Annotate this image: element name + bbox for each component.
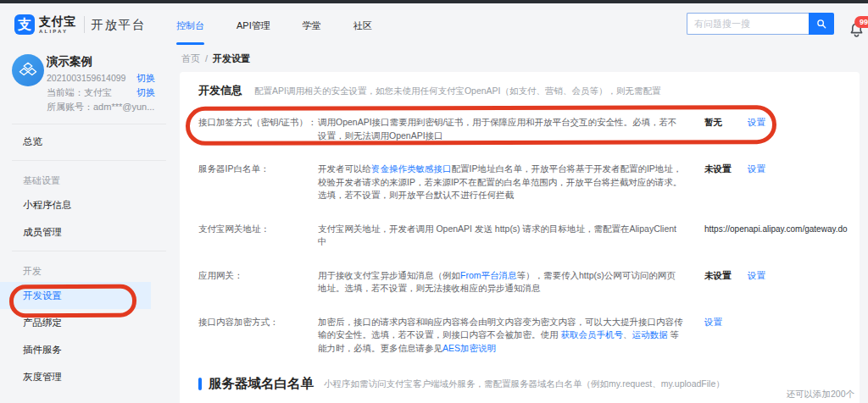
diamond-knot-icon: [18, 60, 38, 80]
status-badge: 暂无: [704, 116, 748, 142]
header: 支 支付宝 ALIPAY 开放平台 控制台 API管理 学堂 社区 99: [0, 3, 868, 47]
alipay-logo-icon: 支: [14, 14, 35, 35]
from-platform-message-link[interactable]: From平台消息: [460, 270, 517, 280]
main-content: 首页/开发设置 开发信息 配置API调用相关的安全设置，如您未使用任何支付宝Op…: [178, 47, 868, 403]
row-desc: 开发者可以给资金操作类敏感接口配置IP地址白名单，开放平台将基于开发者配置的IP…: [318, 163, 684, 202]
breadcrumb: 首页/开发设置: [178, 47, 868, 68]
sidebar-section-basic-settings: 基础设置: [0, 169, 178, 191]
section-title-dev-info: 开发信息: [198, 83, 242, 98]
divider: [12, 160, 166, 161]
app-info-text: 演示案例 2021003159614099 切换 当前端：支付宝 切换 所属账号…: [47, 54, 155, 114]
brand-logo: 支 支付宝 ALIPAY 开放平台: [14, 14, 146, 35]
row-gateway: 支付宝网关地址： 支付宝网关地址，开发者调用 OpenAPI 发送 http(s…: [198, 223, 841, 249]
sidebar-section-development: 开发: [0, 260, 178, 282]
row-desc: 加密后，接口的请求内容和响应内容将会由明文内容变为密文内容，可以大大提升接口内容…: [318, 316, 684, 356]
divider: [12, 251, 166, 251]
row-label: 支付宝网关地址：: [198, 223, 318, 249]
dev-settings-card: 开发信息 配置API调用相关的安全设置，如您未使用任何支付宝OpenAPI（如支…: [180, 72, 860, 403]
sports-data-link[interactable]: 运动数据: [632, 329, 667, 340]
sidebar-item-miniapp-info[interactable]: 小程序信息: [0, 191, 178, 218]
section-subtitle-dev-info: 配置API调用相关的安全设置，如您未使用任何支付宝OpenAPI（如支付、营销、…: [254, 86, 661, 97]
sidebar-menu: 总览 基础设置 小程序信息 成员管理 开发 开发设置 产品绑定 插件服务 灰度管…: [0, 128, 178, 390]
row-desc: 用于接收支付宝异步通知消息（例如From平台消息等），需要传入http(s)公网…: [318, 269, 684, 295]
switch-app-link[interactable]: 切换: [136, 71, 155, 86]
sidebar-item-members[interactable]: 成员管理: [0, 218, 178, 246]
row-label: 接口内容加密方式：: [198, 316, 318, 356]
set-ip-whitelist-link[interactable]: 设置: [748, 163, 765, 202]
divider: [12, 124, 166, 124]
sidebar-item-plugin-service[interactable]: 插件服务: [0, 336, 178, 363]
section-accent-bar: [198, 378, 202, 390]
sidebar-item-dev-settings[interactable]: 开发设置: [0, 282, 151, 309]
row-desc: 支付宝网关地址，开发者调用 OpenAPI 发送 http(s) 请求的目标地址…: [318, 223, 684, 249]
notification-count-badge: 99: [854, 16, 868, 28]
account-label: 所属账号：adm***@yun...: [47, 100, 154, 114]
remaining-quota-text: 还可以添加200个: [786, 389, 854, 400]
app-id: 2021003159614099: [47, 71, 125, 86]
nav-tab-console[interactable]: 控制台: [176, 3, 204, 47]
aes-doc-link[interactable]: AES加密说明: [442, 343, 496, 353]
search-icon: [815, 18, 827, 30]
app-name: 演示案例: [47, 54, 155, 69]
top-nav: 控制台 API管理 学堂 社区: [176, 3, 372, 47]
brand-name-en: ALIPAY: [39, 28, 76, 35]
row-label: 接口加签方式（密钥/证书）：: [198, 116, 318, 142]
set-app-gateway-link[interactable]: 设置: [748, 269, 765, 295]
section-subtitle-domain-whitelist: 小程序如需访问支付宝客户端域外服务，需配置服务器域名白名单（例如my.reque…: [324, 378, 725, 390]
sidebar-item-product-binding[interactable]: 产品绑定: [0, 309, 178, 336]
row-desc: 调用OpenAPI接口需要用到密钥/证书，用于保障应用和开放平台交互的安全性。必…: [318, 116, 684, 142]
row-app-gateway: 应用网关： 用于接收支付宝异步通知消息（例如From平台消息等），需要传入htt…: [198, 269, 841, 295]
set-sign-method-link[interactable]: 设置: [748, 116, 765, 142]
set-encryption-link[interactable]: 设置: [704, 316, 722, 356]
search-button[interactable]: [809, 13, 834, 35]
search-bar: [687, 13, 834, 35]
gateway-url: https://openapi.alipay.com/gateway.do: [704, 223, 848, 249]
nav-tab-community[interactable]: 社区: [353, 3, 372, 47]
product-title: 开放平台: [92, 17, 146, 33]
row-ip-whitelist: 服务器IP白名单： 开发者可以给资金操作类敏感接口配置IP地址白名单，开放平台将…: [198, 163, 841, 202]
breadcrumb-separator: /: [205, 53, 208, 63]
browser-top-strip: [0, 0, 868, 3]
nav-tab-api-management[interactable]: API管理: [236, 3, 270, 47]
status-badge: 未设置: [704, 269, 748, 295]
row-sign-method: 接口加签方式（密钥/证书）： 调用OpenAPI接口需要用到密钥/证书，用于保障…: [198, 116, 841, 142]
row-label: 服务器IP白名单：: [198, 163, 318, 202]
switch-client-link[interactable]: 切换: [136, 86, 155, 100]
status-badge: 未设置: [704, 163, 748, 202]
app-info-card: 演示案例 2021003159614099 切换 当前端：支付宝 切换 所属账号…: [0, 47, 178, 114]
app-avatar: [12, 54, 44, 86]
sidebar-item-gray-release[interactable]: 灰度管理: [0, 363, 178, 390]
row-label: 应用网关：: [198, 269, 318, 295]
brand-names: 支付宝 ALIPAY: [39, 15, 76, 35]
get-member-phone-link[interactable]: 获取会员手机号: [560, 329, 623, 340]
sidebar: 演示案例 2021003159614099 切换 当前端：支付宝 切换 所属账号…: [0, 47, 178, 403]
domain-whitelist-section: 服务器域名白名单 小程序如需访问支付宝客户端域外服务，需配置服务器域名白名单（例…: [198, 375, 841, 403]
divider: [84, 16, 85, 33]
search-input[interactable]: [687, 13, 809, 35]
section-title-domain-whitelist: 服务器域名白名单: [209, 375, 314, 393]
sensitive-api-link[interactable]: 资金操作类敏感接口: [371, 163, 452, 174]
nav-tab-school[interactable]: 学堂: [303, 3, 321, 47]
dev-info-rows: 接口加签方式（密钥/证书）： 调用OpenAPI接口需要用到密钥/证书，用于保障…: [198, 116, 841, 355]
sidebar-item-overview[interactable]: 总览: [0, 128, 178, 155]
row-content-encryption: 接口内容加密方式： 加密后，接口的请求内容和响应内容将会由明文内容变为密文内容，…: [198, 316, 841, 356]
brand-name-cn: 支付宝: [39, 15, 76, 28]
breadcrumb-home[interactable]: 首页: [181, 53, 200, 63]
client-label: 当前端：支付宝: [47, 86, 112, 100]
breadcrumb-current: 开发设置: [213, 53, 250, 63]
